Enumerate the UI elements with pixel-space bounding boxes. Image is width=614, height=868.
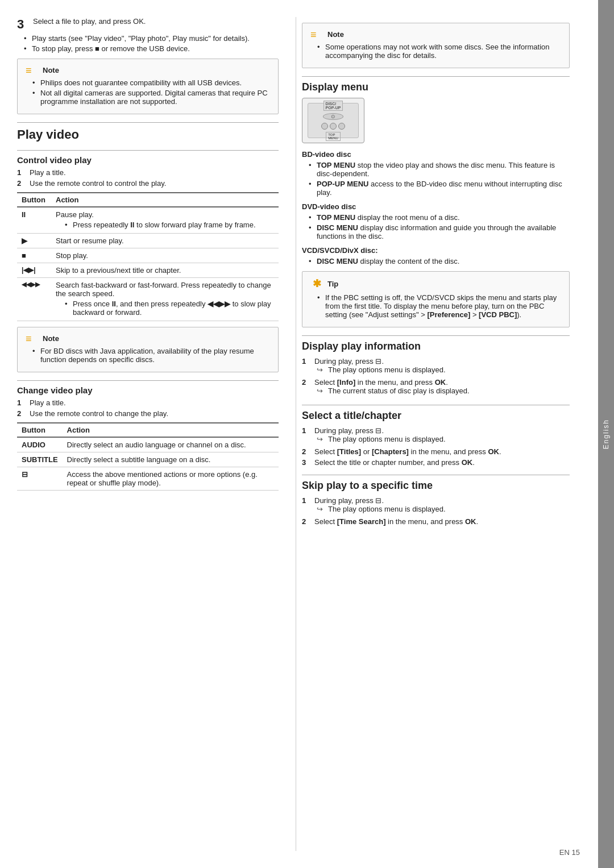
bd-btn-1: [321, 123, 328, 130]
stc-step-1-num: 1: [302, 426, 310, 445]
bd-circle-inner: ⊙: [331, 114, 335, 119]
btn-options: ⊟: [17, 467, 63, 491]
note3-items: Some operations may not work with some d…: [310, 43, 561, 60]
select-title-steps: 1 During play, press ⊟. The play options…: [302, 426, 570, 467]
action-play: Start or resume play.: [51, 234, 279, 248]
stc-step-1-arrow: The play options menu is displayed.: [314, 435, 446, 443]
dpi-step-2: 2 Select [Info] in the menu, and press O…: [302, 378, 570, 397]
bd-inner: DISC/POP-UP ⊙ TOPMENU: [308, 103, 359, 138]
stc-step-2-text: Select [Titles] or [Chapters] in the men…: [314, 447, 501, 456]
btn-stop: ■: [17, 248, 51, 263]
control-video-play-title: Control video play: [17, 155, 279, 165]
skip-play-steps: 1 During play, press ⊟. The play options…: [302, 496, 570, 526]
stc-step-2-num: 2: [302, 447, 310, 456]
dpi-step-2-num: 2: [302, 378, 310, 397]
change-video-play-title: Change video play: [17, 385, 279, 395]
note-box-1: Note Philips does not guarantee compatib…: [17, 59, 279, 114]
stc-step-2-content: Select [Titles] or [Chapters] in the men…: [314, 447, 501, 456]
dvd-video-items: TOP MENU display the root menu of a disc…: [302, 213, 570, 240]
step3-bullet-1: Play starts (see "Play video", "Play pho…: [24, 34, 279, 43]
action-options: Access the above mentioned actions or mo…: [63, 467, 279, 491]
bd-circle: ⊙: [323, 113, 343, 120]
note1-title: Note: [43, 66, 59, 74]
left-column: 3 Select a file to play, and press OK. P…: [17, 17, 296, 851]
btn-skip: |◀▶|: [17, 263, 51, 278]
control-step-2-num: 2: [17, 179, 25, 188]
bd-video-item-1: POP-UP MENU access to the BD-video disc …: [309, 180, 570, 197]
divider-display-menu: [302, 76, 570, 77]
bd-remote-image: DISC/POP-UP ⊙ TOPMENU: [302, 98, 364, 143]
note1-item-0: Philips does not guarantee compatibility…: [32, 78, 270, 87]
note-box-2: Note For BD discs with Java application,…: [17, 327, 279, 372]
action-pause: Pause play. Press repeatedly II to slow …: [51, 207, 279, 234]
note2-title: Note: [43, 334, 59, 343]
main-content: 3 Select a file to play, and press OK. P…: [0, 0, 598, 868]
display-play-info-title: Display play information: [302, 340, 570, 352]
stc-step-3: 3 Select the title or chapter number, an…: [302, 458, 570, 467]
vcd-disc-title: VCD/SVCD/DivX disc:: [302, 246, 570, 255]
tip-box: Tip If the PBC setting is off, the VCD/S…: [302, 271, 570, 327]
sidebar-label: English: [602, 419, 610, 449]
stc-step-3-num: 3: [302, 458, 310, 467]
bd-top-labels: DISC/POP-UP: [323, 101, 343, 111]
page-number: EN 15: [559, 848, 580, 857]
sp-step-1: 1 During play, press ⊟. The play options…: [302, 496, 570, 515]
tip-title: Tip: [327, 280, 338, 288]
dpi-step-1-text: During play, press ⊟.: [314, 357, 384, 366]
note2-header: Note: [26, 333, 270, 343]
dpi-step-1-num: 1: [302, 357, 310, 376]
action-audio: Directly select an audio language or cha…: [63, 437, 279, 452]
sp-step-1-num: 1: [302, 496, 310, 515]
sp-step-2-text: Select [Time Search] in the menu, and pr…: [314, 517, 478, 526]
action-search: Search fast-backward or fast-forward. Pr…: [51, 278, 279, 321]
table-row: AUDIO Directly select an audio language …: [17, 437, 279, 452]
dpi-step-2-arrow: The current status of disc play is displ…: [314, 387, 470, 395]
table-row: ▶ Start or resume play.: [17, 234, 279, 248]
note3-title: Note: [327, 30, 344, 39]
note-icon-3: [310, 29, 323, 39]
bd-btn-2: [330, 123, 337, 130]
tip-icon: [310, 277, 323, 290]
control-step-2-text: Use the remote control to control the pl…: [30, 179, 166, 188]
page-footer: EN 15: [559, 848, 580, 857]
dvd-video-item-0: TOP MENU display the root menu of a disc…: [309, 213, 570, 222]
change-step-1-num: 1: [17, 398, 25, 407]
pause-sub: Press repeatedly II to slow forward play…: [56, 221, 274, 229]
stc-step-1-content: During play, press ⊟. The play options m…: [314, 426, 446, 445]
select-title-chapter-title: Select a title/chapter: [302, 410, 570, 422]
note1-header: Note: [26, 65, 270, 75]
dpi-step-1-content: During play, press ⊟. The play options m…: [314, 357, 446, 376]
note-icon-2: [26, 333, 38, 343]
page-container: 3 Select a file to play, and press OK. P…: [0, 0, 614, 868]
btn-audio: AUDIO: [17, 437, 63, 452]
btn-search: ◀◀▶▶: [17, 278, 51, 321]
action-stop: Stop play.: [51, 248, 279, 263]
control-step-1-text: Play a title.: [30, 168, 66, 177]
table-row: SUBTITLE Directly select a subtitle lang…: [17, 452, 279, 467]
bd-video-item-0: TOP MENU stop the video play and shows t…: [309, 161, 570, 178]
note-icon-1: [26, 65, 38, 75]
step3-text: Select a file to play, and press OK.: [33, 17, 146, 32]
bd-video-disc-title: BD-video disc: [302, 150, 570, 159]
dpi-step-2-text: Select [Info] in the menu, and press OK.: [314, 378, 448, 387]
sp-step-1-text: During play, press ⊟.: [314, 496, 384, 505]
stc-step-1-text: During play, press ⊟.: [314, 426, 384, 435]
vcd-item-0: DISC MENU display the content of the dis…: [309, 257, 570, 265]
divider-display-play: [302, 335, 570, 336]
control-step-2: 2 Use the remote control to control the …: [17, 179, 279, 188]
sp-step-2: 2 Select [Time Search] in the menu, and …: [302, 517, 570, 526]
search-sub-item: Press once II, and then press repeatedly…: [65, 300, 274, 317]
note3-item-0: Some operations may not work with some d…: [317, 43, 561, 60]
sp-step-1-arrow: The play options menu is displayed.: [314, 505, 446, 513]
table-row: ⊟ Access the above mentioned actions or …: [17, 467, 279, 491]
note-box-3: Note Some operations may not work with s…: [302, 23, 570, 68]
table-row: II Pause play. Press repeatedly II to sl…: [17, 207, 279, 234]
note1-items: Philips does not guarantee compatibility…: [26, 78, 270, 106]
control-table-col1: Button: [17, 193, 51, 207]
divider-control: [17, 150, 279, 151]
sidebar-tab: English: [598, 0, 614, 868]
right-column: Note Some operations may not work with s…: [296, 17, 570, 851]
control-step-1: 1 Play a title.: [17, 168, 279, 177]
change-steps: 1 Play a title. 2 Use the remote control…: [17, 398, 279, 418]
table-row: |◀▶| Skip to a previous/next title or ch…: [17, 263, 279, 278]
